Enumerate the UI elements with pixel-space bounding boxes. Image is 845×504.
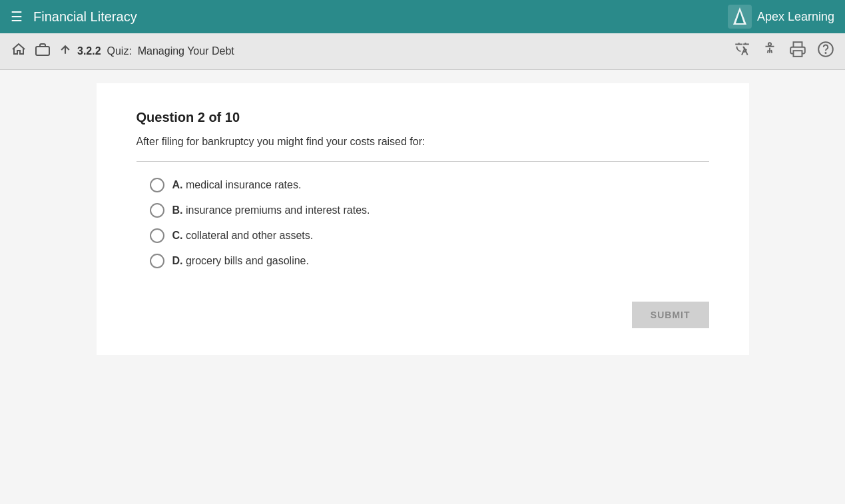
apex-logo-area: Apex Learning (728, 5, 834, 29)
radio-c[interactable] (150, 228, 164, 243)
translate-icon[interactable] (733, 41, 750, 62)
submit-button[interactable]: SUBMIT (632, 302, 709, 328)
divider (137, 161, 709, 162)
option-d-label: D. grocery bills and gasoline. (172, 255, 309, 267)
breadcrumb-number: 3.2.2 Quiz: Managing Your Debt (77, 45, 234, 57)
svg-point-4 (768, 43, 771, 45)
page-title: Financial Literacy (33, 9, 728, 25)
svg-point-7 (825, 53, 826, 53)
apex-logo-icon (728, 5, 752, 29)
briefcase-icon[interactable] (35, 41, 51, 61)
option-d[interactable]: D. grocery bills and gasoline. (150, 254, 709, 268)
svg-rect-3 (36, 47, 49, 55)
nav-left: 3.2.2 Quiz: Managing Your Debt (11, 41, 733, 61)
help-icon[interactable] (817, 41, 834, 62)
radio-a[interactable] (150, 178, 164, 192)
question-text: After filing for bankruptcy you might fi… (137, 136, 709, 148)
option-c-label: C. collateral and other assets. (172, 230, 314, 242)
home-icon[interactable] (11, 41, 27, 61)
print-icon[interactable] (789, 41, 806, 62)
apex-logo-text: Apex Learning (757, 10, 834, 24)
menu-icon[interactable]: ☰ (11, 9, 23, 25)
nav-right (733, 41, 834, 62)
option-a[interactable]: A. medical insurance rates. (150, 178, 709, 192)
radio-b[interactable] (150, 203, 164, 218)
option-a-label: A. medical insurance rates. (172, 179, 302, 191)
accessibility-icon[interactable] (761, 41, 778, 62)
option-b-label: B. insurance premiums and interest rates… (172, 204, 370, 216)
option-b[interactable]: B. insurance premiums and interest rates… (150, 203, 709, 218)
submit-area: SUBMIT (137, 302, 709, 328)
quiz-content: Question 2 of 10 After filing for bankru… (97, 83, 749, 355)
header-bar: ☰ Financial Literacy Apex Learning (0, 0, 845, 33)
answer-options: A. medical insurance rates. B. insurance… (137, 178, 709, 268)
nav-bar: 3.2.2 Quiz: Managing Your Debt (0, 33, 845, 70)
question-header: Question 2 of 10 (137, 110, 709, 125)
breadcrumb: 3.2.2 Quiz: Managing Your Debt (59, 43, 234, 60)
radio-d[interactable] (150, 254, 164, 268)
up-arrow-icon[interactable] (59, 43, 72, 60)
option-c[interactable]: C. collateral and other assets. (150, 228, 709, 243)
svg-rect-5 (794, 51, 802, 57)
